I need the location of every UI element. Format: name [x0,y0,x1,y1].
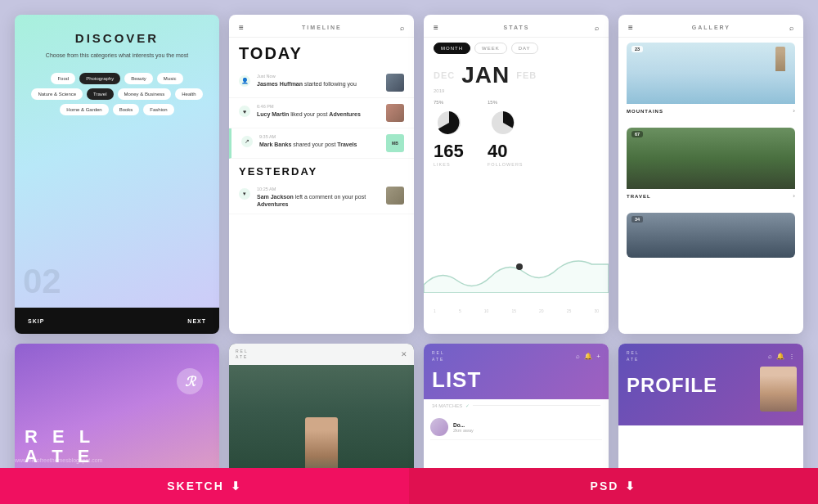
category-health[interactable]: Health [175,88,202,100]
gallery-menu-icon[interactable]: ≡ [628,23,633,32]
profile-header: RELATE ⌕ 🔔 ⋮ PROFILE [618,344,803,425]
skip-button[interactable]: SKIP [28,318,44,324]
category-home[interactable]: Home & Garden [60,104,108,115]
stats-months: DEC JAN FEB [424,59,609,92]
t-text-1: Jasmes Huffman started following you [257,80,380,88]
likes-count: 165 [434,141,464,162]
gallery-num-mountains: 23 [631,46,643,52]
gallery-item-mountains[interactable]: 23 MOUNTAINS › [627,43,795,118]
t-avatar-1 [386,74,404,92]
main-container: DISCOVER Choose from this categories wha… [0,0,818,504]
heart-icon: ♥ [239,106,250,117]
category-photography[interactable]: Photography [79,73,120,84]
stat-followers: 15% 40 FOLLOWERS [488,100,524,167]
t-text-3: Mark Banks shared your post Travels [259,141,380,148]
share-icon: ↗ [241,136,253,147]
list-title: LIST [432,367,600,393]
yesterday-label: YESTERDAY [229,159,414,181]
category-food[interactable]: Food [51,73,75,84]
list-matches-count: 34 MATCHES ✓ [424,399,609,412]
gallery-item-travel[interactable]: 67 TRAVEL › [627,128,795,203]
timeline-item-1: 👤 Just Now Jasmes Huffman started follow… [229,68,414,98]
t-time-2: 6:46 PM [257,104,380,109]
tab-month[interactable]: MONTH [434,43,470,54]
likes-percent: 75% [434,100,443,105]
stats-header-title: STATS [503,25,529,30]
list-item-do[interactable]: Do... 2km away [430,415,602,440]
download-buttons: SKETCH ⬇ PSD ⬇ [0,468,818,504]
photo-close-icon[interactable]: ✕ [401,350,407,358]
sketch-download-button[interactable]: SKETCH ⬇ [0,468,409,504]
gallery-arrow-mountains[interactable]: › [793,107,795,115]
profile-bell-icon[interactable]: 🔔 [776,353,784,360]
photo-content [229,365,414,483]
today-label: TODAY [229,38,414,68]
t-time-3: 9:35 AM [259,134,380,139]
screens-top: DISCOVER Choose from this categories wha… [0,0,818,344]
gallery-search-icon[interactable]: ⌕ [789,24,793,32]
profile-header-icons: ⌕ 🔔 ⋮ [768,353,795,360]
t-avatar-3: MB [386,134,404,152]
gallery-header: ≡ GALLERY ⌕ [618,15,803,38]
wave-dot [516,263,523,270]
gallery-item-road[interactable]: 34 [627,213,795,258]
stats-tabs: MONTH WEEK DAY [424,38,609,59]
month-feb: FEB [516,70,537,80]
stats-search-icon[interactable]: ⌕ [595,24,599,32]
next-button[interactable]: NEXT [187,318,206,324]
category-music[interactable]: Music [157,73,183,84]
timeline-header-title: TIMELINE [302,25,342,30]
screen-timeline: ≡ TIMELINE ⌕ TODAY 👤 Just Now Jasmes Huf… [229,15,414,334]
list-header-top: RELATE ⌕ 🔔 + [432,350,600,362]
timeline-item-3: ↗ 9:35 AM Mark Banks shared your post Tr… [229,128,414,159]
list-item-sub-1: 2km away [453,428,602,433]
stats-axis: 1 5 10 15 20 25 30 [434,308,599,313]
gallery-image-mountains: 23 [627,43,795,104]
profile-search-icon[interactable]: ⌕ [768,353,772,360]
sketch-download-icon: ⬇ [231,479,242,493]
profile-header-top: RELATE ⌕ 🔔 ⋮ [627,350,795,362]
menu-icon[interactable]: ≡ [239,23,244,32]
category-travel[interactable]: Travel [87,88,113,100]
t-avatar-4 [386,187,404,205]
screen-gallery: ≡ GALLERY ⌕ 23 MOUNTAINS › 67 [618,15,803,334]
t-text-2: Lucy Martin liked your post Adventures [257,110,380,118]
category-money[interactable]: Money & Business [118,88,172,100]
list-search-icon[interactable]: ⌕ [576,353,580,360]
gallery-image-travel: 67 [627,128,795,189]
person-silhouette-mountains [775,47,785,71]
category-nature[interactable]: Nature & Science [31,88,83,100]
list-brand-label: RELATE [432,350,445,362]
month-jan: JAN [461,62,510,88]
search-icon[interactable]: ⌕ [400,24,404,32]
psd-download-button[interactable]: PSD ⬇ [409,468,818,504]
list-header: RELATE ⌕ 🔔 + LIST [424,344,609,399]
list-bell-icon[interactable]: 🔔 [584,353,592,360]
stats-charts: 75% 165 LIKES 15% 40 FOLLOWERS [424,93,609,173]
followers-label: FOLLOWERS [488,162,524,167]
t-text-4: Sam Jackson left a comment on your post … [257,193,380,208]
gallery-title-travel: TRAVEL [627,194,651,199]
gallery-arrow-travel[interactable]: › [793,192,795,200]
followers-count: 40 [488,141,507,162]
category-beauty[interactable]: Beauty [124,73,153,84]
tab-day[interactable]: DAY [511,43,538,54]
tab-week[interactable]: WEEK [474,43,507,54]
stats-header: ≡ STATS ⌕ [424,15,609,38]
screen-discover: DISCOVER Choose from this categories wha… [15,15,219,334]
profile-dots-icon[interactable]: ⋮ [789,353,795,360]
psd-label: PSD [591,479,619,493]
follow-icon: 👤 [239,75,250,87]
list-plus-icon[interactable]: + [596,353,600,360]
page-number: 02 [23,262,61,301]
discover-title: DISCOVER [75,31,159,45]
month-dec: DEC [434,70,455,80]
gallery-caption-travel: TRAVEL › [627,189,795,203]
t-time-4: 10:25 AM [257,187,380,191]
profile-brand-label: RELATE [627,350,640,362]
stats-menu-icon[interactable]: ≡ [434,23,438,32]
category-books[interactable]: Books [113,104,140,115]
category-fashion[interactable]: Fashion [143,104,173,115]
screen-relate-photo: RELATE ✕ [229,344,414,483]
relate-r-logo: ℛ [177,368,203,394]
